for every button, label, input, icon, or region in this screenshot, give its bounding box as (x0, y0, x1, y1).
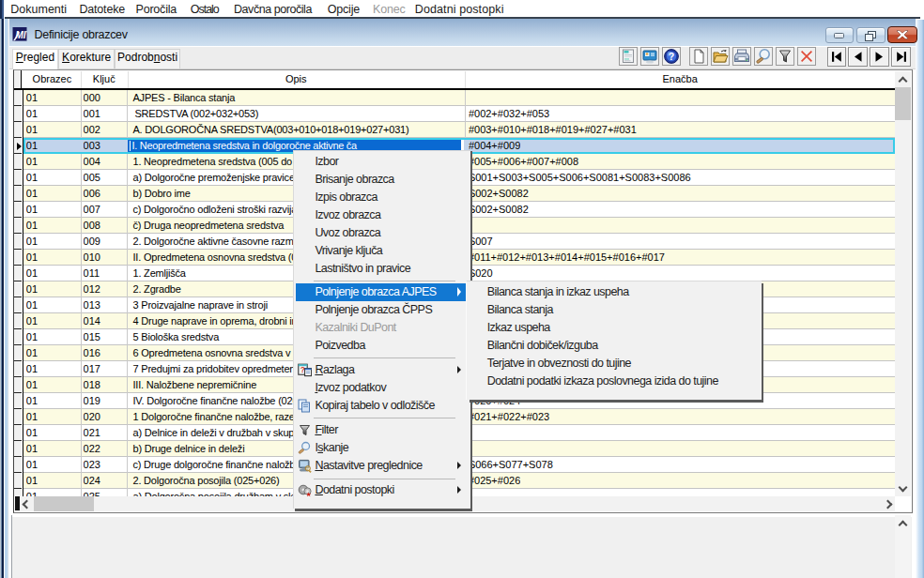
svg-text:?: ? (669, 51, 674, 62)
svg-text:MIT: MIT (15, 30, 27, 40)
